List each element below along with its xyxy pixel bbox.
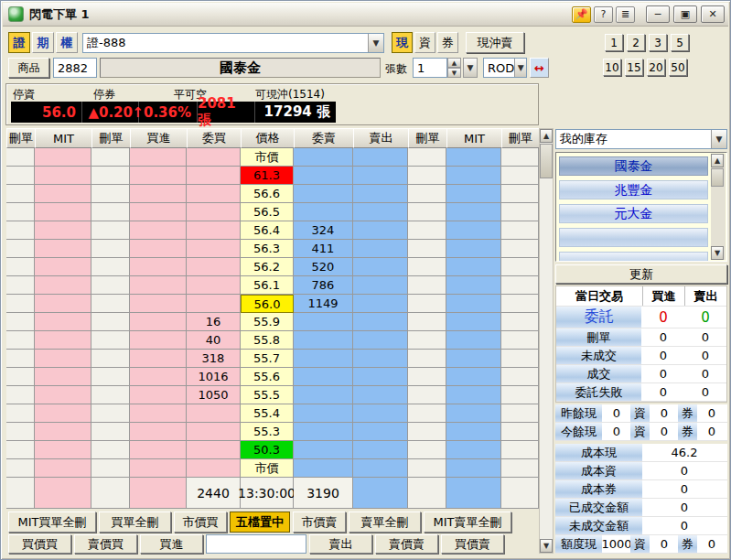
scroll-down-icon[interactable]: ▼ [711,246,724,260]
sell-cell[interactable] [353,313,408,331]
action-五檔置中[interactable]: 五檔置中 [230,512,290,533]
swap-icon[interactable]: ↔ [530,58,549,78]
cancel-bid-cell[interactable] [91,203,130,221]
cancel-ask-cell[interactable] [501,404,539,423]
mit-bid-cell[interactable] [35,276,91,295]
ask-volume-cell[interactable] [294,167,353,185]
action-賣單全刪[interactable]: 賣單全刪 [349,512,421,533]
bid-volume-cell[interactable]: 40 [187,331,241,350]
cancel-bid-cell[interactable] [91,313,130,331]
cancel-ask-cell[interactable] [501,368,539,386]
ask-volume-cell[interactable]: 411 [294,240,353,258]
cancel-bid-cell[interactable] [91,185,130,203]
buy-cell[interactable] [130,167,187,185]
cancel-bid-cell[interactable] [6,331,35,350]
ask-volume-cell[interactable] [294,185,353,203]
bid-volume-cell[interactable]: 318 [187,350,241,368]
cancel-ask-cell[interactable] [501,441,539,459]
inventory-item[interactable] [559,252,708,262]
cancel-bid-cell[interactable] [91,441,130,459]
action-買價買[interactable]: 買價買 [8,534,71,554]
buy-cell[interactable] [130,295,187,313]
cancel-bid-cell[interactable] [6,423,35,441]
sell-cell[interactable] [353,203,408,221]
cancel-ask-cell[interactable] [408,350,446,368]
ask-volume-cell[interactable] [294,203,353,221]
bid-volume-cell[interactable]: 16 [187,313,241,331]
mit-ask-cell[interactable] [446,203,501,221]
cancel-ask-cell[interactable] [408,386,446,404]
market-tab-權[interactable]: 權 [56,32,78,53]
mit-bid-cell[interactable] [35,368,91,386]
inventory-scrollbar[interactable]: ▲ ▼ [711,154,726,260]
mit-bid-cell[interactable] [35,313,91,331]
sell-cell[interactable] [353,258,408,276]
cancel-bid-cell[interactable] [91,295,130,313]
mit-bid-cell[interactable] [35,459,91,478]
ask-volume-cell[interactable] [294,313,353,331]
cancel-bid-cell[interactable] [6,221,35,240]
product-label-button[interactable]: 商品 [8,58,49,78]
sell-cell[interactable] [353,276,408,295]
bid-volume-cell[interactable] [187,240,241,258]
cancel-bid-cell[interactable] [91,423,130,441]
qty-preset-5[interactable]: 5 [671,34,689,51]
buy-cell[interactable] [130,386,187,404]
cancel-ask-cell[interactable] [408,240,446,258]
cancel-ask-cell[interactable] [501,331,539,350]
buy-cell[interactable] [130,459,187,478]
mit-bid-cell[interactable] [35,221,91,240]
bid-volume-cell[interactable] [187,148,241,167]
action-賣出[interactable]: 賣出 [309,534,372,554]
qty-input[interactable]: 1 [413,58,447,78]
trade-type-資[interactable]: 資 [414,32,435,53]
mit-ask-cell[interactable] [446,423,501,441]
pin-icon[interactable]: 📌 [572,6,591,23]
sell-cell[interactable] [353,221,408,240]
sell-cell[interactable] [353,404,408,423]
cancel-ask-cell[interactable] [501,185,539,203]
mit-bid-cell[interactable] [35,167,91,185]
cancel-ask-cell[interactable] [501,386,539,404]
cancel-ask-cell[interactable] [408,404,446,423]
action-MIT賣單全刪[interactable]: MIT賣單全刪 [424,512,511,533]
cancel-ask-cell[interactable] [408,258,446,276]
action-買進[interactable]: 買進 [140,534,203,554]
scroll-up-icon[interactable]: ▲ [540,129,553,143]
cancel-bid-cell[interactable] [6,386,35,404]
cancel-ask-cell[interactable] [501,459,539,478]
bid-volume-cell[interactable] [187,423,241,441]
action-市價買[interactable]: 市價買 [174,512,227,533]
scrollbar-thumb[interactable] [540,144,553,178]
mit-ask-cell[interactable] [446,295,501,313]
bid-volume-cell[interactable] [187,258,241,276]
cancel-bid-cell[interactable] [91,258,130,276]
ask-volume-cell[interactable]: 520 [294,258,353,276]
buy-cell[interactable] [130,276,187,295]
bid-volume-cell[interactable] [187,185,241,203]
mit-ask-cell[interactable] [446,185,501,203]
cancel-ask-cell[interactable] [408,459,446,478]
cancel-ask-cell[interactable] [501,258,539,276]
mit-ask-cell[interactable] [446,167,501,185]
bid-volume-cell[interactable] [187,404,241,423]
cancel-ask-cell[interactable] [501,313,539,331]
ask-volume-cell[interactable] [294,423,353,441]
cancel-ask-cell[interactable] [408,203,446,221]
sell-cell[interactable] [353,148,408,167]
buy-cell[interactable] [130,331,187,350]
sell-cell[interactable] [353,331,408,350]
cancel-bid-cell[interactable] [91,240,130,258]
account-combo[interactable]: 證-888 ▼ [82,33,384,53]
mit-bid-cell[interactable] [35,404,91,423]
cancel-ask-cell[interactable] [501,148,539,167]
mit-bid-cell[interactable] [35,295,91,313]
minimize-button[interactable]: ─ [646,5,670,23]
cancel-ask-cell[interactable] [408,441,446,459]
ladder-scrollbar[interactable]: ▲ ▼ [539,128,554,554]
cancel-bid-cell[interactable] [91,404,130,423]
cancel-ask-cell[interactable] [501,423,539,441]
mit-ask-cell[interactable] [446,313,501,331]
cancel-ask-cell[interactable] [408,423,446,441]
qty-preset-10[interactable]: 10 [603,59,621,76]
